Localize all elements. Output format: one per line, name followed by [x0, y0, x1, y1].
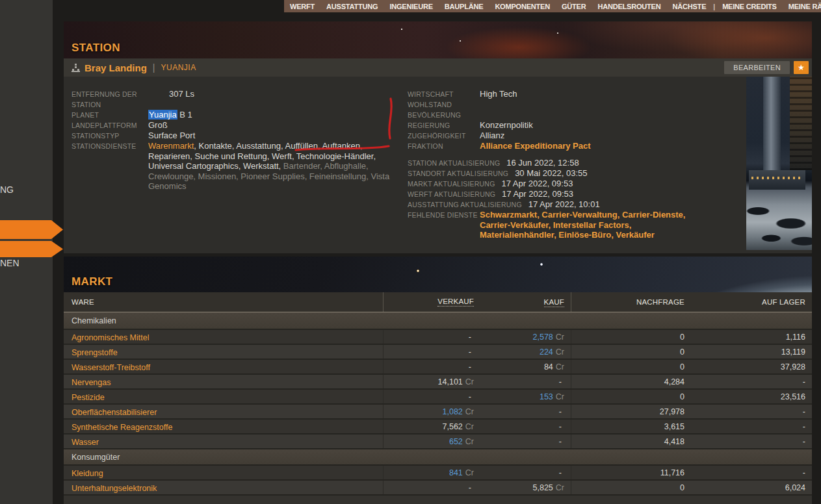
nav-item-bauplaene[interactable]: BAUPLÄNE — [439, 3, 489, 10]
left-gutter: NG NEN — [0, 0, 53, 504]
government-value: Konzernpolitik — [480, 120, 691, 131]
economy-value: High Tech — [480, 89, 691, 99]
outfitting-update-value: 17 Apr 2022, 10:01 — [528, 199, 600, 210]
buy-value: 84 — [544, 362, 553, 372]
table-row: Wasser 652Cr - 4,418 - — [64, 433, 812, 448]
demand-value: 0 — [680, 392, 684, 401]
faction-label: FRAKTION — [408, 141, 480, 151]
population-label: BEVÖLKERUNG — [408, 110, 480, 120]
sell-value: - — [469, 333, 471, 342]
nav-item-naechste[interactable]: NÄCHSTE — [667, 3, 712, 10]
market-section-title: MARKT — [72, 275, 112, 288]
commodity-link[interactable]: Wasser — [72, 438, 99, 447]
buy-unit: Cr — [556, 333, 564, 342]
station-name[interactable]: Bray Landing — [85, 62, 147, 73]
station-facts: WIRTSCHAFT High Tech WOHLSTAND BEVÖLKERU… — [408, 89, 691, 151]
update-row: STANDORT AKTUALISIERUNG 30 Mai 2022, 03:… — [408, 168, 691, 179]
buy-unit: Cr — [556, 483, 564, 492]
stock-value: 6,024 — [785, 483, 805, 492]
population-value — [480, 110, 691, 120]
station-update-label: STATION AKTUALISIERUNG — [408, 158, 500, 168]
header-nachfrage: NACHFRAGE — [571, 292, 691, 312]
update-timestamps: STATION AKTUALISIERUNG 16 Jun 2022, 12:5… — [408, 158, 691, 210]
market-table-header: WARE VERKAUF KAUF NACHFRAGE AUF LAGER — [64, 292, 812, 312]
missing-services-label: FEHLENDE DIENSTE — [408, 210, 480, 240]
distance-label: ENTFERNUNG DER STATION — [72, 89, 148, 110]
stock-value: - — [803, 437, 805, 446]
service-warenmarkt-link[interactable]: Warenmarkt — [148, 141, 194, 151]
station-type-label: STATIONSTYP — [72, 131, 148, 141]
nav-item-ausstattung[interactable]: AUSSTATTUNG — [320, 3, 384, 10]
sell-unit: Cr — [465, 468, 474, 477]
nav-item-handelsrouten[interactable]: HANDELSROUTEN — [592, 3, 666, 10]
demand-value: 4,418 — [664, 437, 684, 446]
commodity-link[interactable]: Oberflächenstabilisierer — [72, 408, 157, 417]
buy-value: 2,578 — [533, 333, 553, 342]
commodity-link[interactable]: Pestizide — [72, 393, 105, 402]
commodity-link[interactable]: Kleidung — [72, 469, 103, 478]
nav-item-komponenten[interactable]: KOMPONENTEN — [489, 3, 556, 10]
buy-value: - — [559, 422, 562, 431]
stock-value: 23,516 — [781, 392, 805, 401]
buy-value: - — [559, 437, 562, 446]
station-hero-image: STATION — [64, 21, 812, 58]
sell-value: 14,101 — [438, 377, 463, 386]
station-update-value: 16 Jun 2022, 12:58 — [506, 158, 579, 168]
market-update-value: 17 Apr 2022, 09:53 — [502, 179, 573, 189]
stock-value: - — [803, 407, 805, 416]
station-type-value: Surface Port — [148, 131, 398, 141]
selected-text: Yuanjia — [148, 110, 177, 120]
edit-button[interactable]: BEARBEITEN — [724, 61, 790, 74]
orange-arrow-banner — [0, 220, 63, 239]
commodity-link[interactable]: Wasserstoff-Treibstoff — [72, 363, 150, 372]
update-row: MARKT AKTUALISIERUNG 17 Apr 2022, 09:53 — [408, 179, 691, 189]
planet-rest: B 1 — [177, 110, 192, 120]
favorite-star-button[interactable]: ★ — [794, 61, 809, 74]
station-section-title: STATION — [72, 42, 120, 55]
demand-value: 0 — [680, 333, 684, 342]
sell-value: 1,082 — [443, 407, 463, 416]
system-name-link[interactable]: YUANJIA — [161, 63, 196, 72]
nav-item-ingenieure[interactable]: INGENIEURE — [384, 3, 438, 10]
photo-windows-decoration — [751, 177, 801, 179]
stock-value: 13,119 — [781, 347, 805, 357]
sell-value: 841 — [449, 468, 463, 477]
buy-unit: Cr — [556, 362, 564, 372]
market-table: WARE VERKAUF KAUF NACHFRAGE AUF LAGER Ch… — [64, 292, 812, 504]
station-details-panel: ENTFERNUNG DER STATION 307 Ls PLANET Yua… — [64, 77, 812, 253]
table-row: Agronomisches Mittel - 2,578Cr 0 1,116 — [64, 329, 812, 344]
missing-services-links[interactable]: Schwarzmarkt, Carrier-Verwaltung, Carrie… — [480, 210, 691, 240]
allegiance-label: ZUGEHÖRIGKEIT — [408, 131, 480, 141]
commodity-link[interactable]: Agronomisches Mittel — [72, 333, 150, 342]
header-kauf[interactable]: KAUF — [480, 298, 571, 306]
demand-value: 3,615 — [664, 422, 684, 431]
faction-link[interactable]: Alliance Expeditionary Pact — [480, 141, 691, 151]
buy-value: 5,825 — [533, 483, 553, 492]
orange-arrow-banner — [0, 241, 63, 257]
sell-unit: Cr — [465, 422, 474, 431]
sort-kauf[interactable]: KAUF — [544, 298, 564, 307]
market-update-label: MARKT AKTUALISIERUNG — [408, 179, 495, 189]
nav-item-meine-credits[interactable]: MEINE CREDITS — [716, 3, 783, 10]
stock-value: - — [803, 377, 805, 386]
sell-value: 652 — [449, 437, 463, 446]
commodity-link[interactable]: Unterhaltungselektronik — [72, 484, 157, 493]
nav-item-werft[interactable]: WERFT — [284, 3, 320, 10]
demand-value: 4,284 — [664, 377, 684, 386]
sort-verkauf[interactable]: VERKAUF — [437, 297, 474, 307]
commodity-link[interactable]: Sprengstoffe — [72, 348, 118, 357]
commodity-link[interactable]: Synthetische Reagenzstoffe — [72, 423, 172, 432]
header-verkauf[interactable]: VERKAUF — [383, 292, 480, 312]
nav-item-gueter[interactable]: GÜTER — [556, 3, 592, 10]
main-content: STATION Bray Landing | YUANJIA BEARBEITE… — [64, 21, 812, 504]
missing-services: FEHLENDE DIENSTE Schwarzmarkt, Carrier-V… — [408, 210, 691, 240]
buy-value: - — [559, 377, 562, 386]
sell-value: - — [469, 483, 471, 492]
location-update-label: STANDORT AKTUALISIERUNG — [408, 168, 508, 179]
sell-value: - — [469, 362, 471, 372]
government-label: REGIERUNG — [408, 120, 480, 131]
stock-value: 1,116 — [786, 333, 805, 342]
nav-item-meine-raenge[interactable]: MEINE RÄNGE — [783, 3, 821, 10]
table-row: Pestizide - 153Cr 0 23,516 — [64, 388, 812, 403]
commodity-link[interactable]: Nervengas — [72, 378, 111, 387]
